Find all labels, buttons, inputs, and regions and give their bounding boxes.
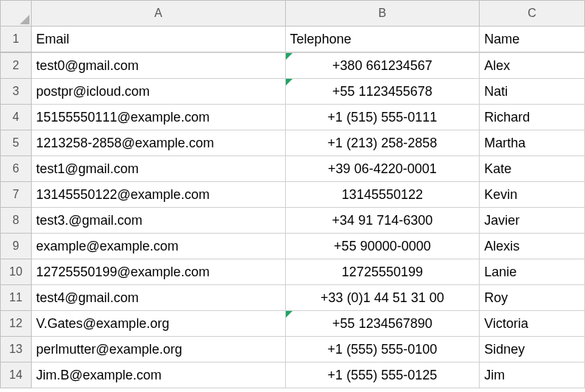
cell-A5[interactable]: 1213258-2858@example.com xyxy=(31,130,285,156)
data-row-9: 9example@example.com+55 90000-0000Alexis xyxy=(1,234,585,259)
data-row-12: 12V.Gates@example.org+55 1234567890Victo… xyxy=(1,311,585,337)
cell-A14[interactable]: Jim.B@example.com xyxy=(31,363,285,388)
data-row-4: 415155550111@example.com+1 (515) 555-011… xyxy=(1,105,585,130)
data-row-3: 3postpr@icloud.com+55 1123455678Nati xyxy=(1,79,585,105)
cell-B13[interactable]: +1 (555) 555-0100 xyxy=(285,337,480,363)
row-header-7[interactable]: 7 xyxy=(1,182,32,208)
row-header-8[interactable]: 8 xyxy=(1,208,32,234)
row-header-12[interactable]: 12 xyxy=(1,311,32,337)
spreadsheet-grid: A B C 1 Email Telephone Name 2test0@gmai… xyxy=(0,0,585,388)
cell-A7[interactable]: 13145550122@example.com xyxy=(31,182,285,208)
cell-A12[interactable]: V.Gates@example.org xyxy=(31,311,285,337)
cell-C13[interactable]: Sidney xyxy=(480,337,585,363)
row-header-4[interactable]: 4 xyxy=(1,105,32,130)
cell-A6[interactable]: test1@gmail.com xyxy=(31,156,285,182)
column-header-row: A B C xyxy=(1,1,585,27)
cell-B4[interactable]: +1 (515) 555-0111 xyxy=(285,105,480,130)
select-all-corner[interactable] xyxy=(1,1,32,27)
cell-B8[interactable]: +34 91 714-6300 xyxy=(285,208,480,234)
row-header-1[interactable]: 1 xyxy=(1,27,32,52)
cell-C11[interactable]: Roy xyxy=(480,285,585,311)
cell-A1[interactable]: Email xyxy=(31,27,285,52)
cell-B2[interactable]: +380 661234567 xyxy=(285,53,480,79)
cell-A4[interactable]: 15155550111@example.com xyxy=(31,105,285,130)
error-indicator-icon xyxy=(286,311,292,318)
row-header-14[interactable]: 14 xyxy=(1,363,32,388)
cell-C12[interactable]: Victoria xyxy=(480,311,585,337)
cell-A9[interactable]: example@example.com xyxy=(31,234,285,259)
cell-C6[interactable]: Kate xyxy=(480,156,585,182)
cell-B10[interactable]: 12725550199 xyxy=(285,259,480,285)
cell-A2[interactable]: test0@gmail.com xyxy=(31,53,285,79)
cell-B14[interactable]: +1 (555) 555-0125 xyxy=(285,363,480,388)
row-header-11[interactable]: 11 xyxy=(1,285,32,311)
row-header-2[interactable]: 2 xyxy=(1,53,32,79)
cell-B1[interactable]: Telephone xyxy=(285,27,480,52)
cell-A11[interactable]: test4@gmail.com xyxy=(31,285,285,311)
data-row-6: 6test1@gmail.com+39 06-4220-0001Kate xyxy=(1,156,585,182)
row-header-9[interactable]: 9 xyxy=(1,234,32,259)
data-row-8: 8test3.@gmail.com+34 91 714-6300Javier xyxy=(1,208,585,234)
cell-C3[interactable]: Nati xyxy=(480,79,585,105)
cell-C8[interactable]: Javier xyxy=(480,208,585,234)
cell-A8[interactable]: test3.@gmail.com xyxy=(31,208,285,234)
data-row-10: 1012725550199@example.com12725550199Lani… xyxy=(1,259,585,285)
cell-B12[interactable]: +55 1234567890 xyxy=(285,311,480,337)
cell-B5[interactable]: +1 (213) 258-2858 xyxy=(285,130,480,156)
data-row-11: 11test4@gmail.com+33 (0)1 44 51 31 00Roy xyxy=(1,285,585,311)
cell-B3[interactable]: +55 1123455678 xyxy=(285,79,480,105)
cell-B7[interactable]: 13145550122 xyxy=(285,182,480,208)
cell-B9[interactable]: +55 90000-0000 xyxy=(285,234,480,259)
data-row-7: 713145550122@example.com13145550122Kevin xyxy=(1,182,585,208)
cell-A13[interactable]: perlmutter@example.org xyxy=(31,337,285,363)
select-all-icon xyxy=(20,15,29,24)
cell-C9[interactable]: Alexis xyxy=(480,234,585,259)
cell-C2[interactable]: Alex xyxy=(480,53,585,79)
cell-A3[interactable]: postpr@icloud.com xyxy=(31,79,285,105)
cell-C1[interactable]: Name xyxy=(480,27,585,52)
cell-A10[interactable]: 12725550199@example.com xyxy=(31,259,285,285)
row-header-13[interactable]: 13 xyxy=(1,337,32,363)
data-row-2: 2test0@gmail.com+380 661234567Alex xyxy=(1,53,585,79)
cell-C7[interactable]: Kevin xyxy=(480,182,585,208)
cell-C4[interactable]: Richard xyxy=(480,105,585,130)
error-indicator-icon xyxy=(286,79,292,85)
col-header-C[interactable]: C xyxy=(480,1,585,27)
row-header-10[interactable]: 10 xyxy=(1,259,32,285)
data-row-14: 14Jim.B@example.com+1 (555) 555-0125Jim xyxy=(1,363,585,388)
cell-B6[interactable]: +39 06-4220-0001 xyxy=(285,156,480,182)
cell-C14[interactable]: Jim xyxy=(480,363,585,388)
data-row-1: 1 Email Telephone Name xyxy=(1,27,585,52)
row-header-5[interactable]: 5 xyxy=(1,130,32,156)
row-header-6[interactable]: 6 xyxy=(1,156,32,182)
cell-B11[interactable]: +33 (0)1 44 51 31 00 xyxy=(285,285,480,311)
cell-C10[interactable]: Lanie xyxy=(480,259,585,285)
data-row-5: 51213258-2858@example.com+1 (213) 258-28… xyxy=(1,130,585,156)
error-indicator-icon xyxy=(286,53,292,60)
cell-C5[interactable]: Martha xyxy=(480,130,585,156)
row-header-3[interactable]: 3 xyxy=(1,79,32,105)
data-row-13: 13perlmutter@example.org+1 (555) 555-010… xyxy=(1,337,585,363)
col-header-B[interactable]: B xyxy=(285,1,480,27)
col-header-A[interactable]: A xyxy=(31,1,285,27)
